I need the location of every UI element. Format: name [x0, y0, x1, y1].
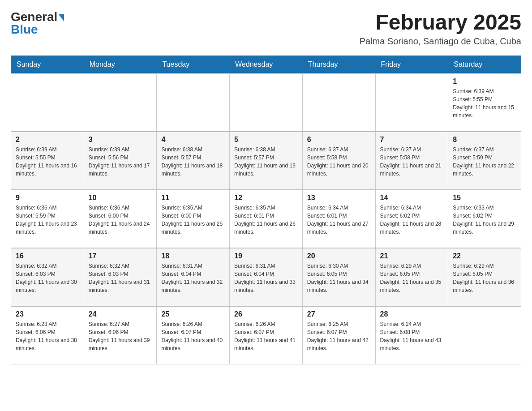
header-thursday: Thursday	[302, 56, 375, 73]
calendar-day-cell: 4Sunrise: 6:38 AMSunset: 5:57 PMDaylight…	[157, 132, 230, 190]
day-info: Sunrise: 6:31 AMSunset: 6:04 PMDaylight:…	[234, 262, 298, 294]
calendar-header-row: Sunday Monday Tuesday Wednesday Thursday…	[11, 56, 521, 73]
calendar-day-cell: 19Sunrise: 6:31 AMSunset: 6:04 PMDayligh…	[230, 248, 303, 306]
day-info: Sunrise: 6:32 AMSunset: 6:03 PMDaylight:…	[89, 262, 152, 294]
title-block: February 2025 Palma Soriano, Santiago de…	[360, 11, 521, 47]
day-info: Sunrise: 6:25 AMSunset: 6:07 PMDaylight:…	[307, 320, 371, 352]
day-info: Sunrise: 6:37 AMSunset: 5:59 PMDaylight:…	[453, 146, 516, 178]
day-info: Sunrise: 6:37 AMSunset: 5:58 PMDaylight:…	[307, 146, 371, 178]
calendar-day-cell: 25Sunrise: 6:26 AMSunset: 6:07 PMDayligh…	[157, 306, 230, 364]
calendar-day-cell: 18Sunrise: 6:31 AMSunset: 6:04 PMDayligh…	[157, 248, 230, 306]
day-info: Sunrise: 6:35 AMSunset: 6:01 PMDaylight:…	[234, 204, 298, 236]
calendar-day-cell: 17Sunrise: 6:32 AMSunset: 6:03 PMDayligh…	[84, 248, 157, 306]
day-info: Sunrise: 6:24 AMSunset: 6:08 PMDaylight:…	[380, 320, 444, 352]
calendar-day-cell: 7Sunrise: 6:37 AMSunset: 5:58 PMDaylight…	[375, 132, 448, 190]
day-info: Sunrise: 6:27 AMSunset: 6:06 PMDaylight:…	[89, 320, 152, 352]
day-info: Sunrise: 6:31 AMSunset: 6:04 PMDaylight:…	[161, 262, 225, 294]
day-number: 13	[307, 194, 371, 202]
day-number: 21	[380, 252, 444, 260]
calendar-day-cell: 10Sunrise: 6:36 AMSunset: 6:00 PMDayligh…	[84, 190, 157, 248]
page-header: General Blue February 2025 Palma Soriano…	[11, 11, 521, 47]
header-saturday: Saturday	[448, 56, 521, 73]
calendar-week-5: 23Sunrise: 6:28 AMSunset: 6:06 PMDayligh…	[11, 306, 521, 364]
day-number: 5	[234, 136, 298, 144]
day-info: Sunrise: 6:39 AMSunset: 5:55 PMDaylight:…	[453, 87, 516, 120]
calendar-day-cell: 12Sunrise: 6:35 AMSunset: 6:01 PMDayligh…	[230, 190, 303, 248]
calendar-day-cell: 28Sunrise: 6:24 AMSunset: 6:08 PMDayligh…	[375, 306, 448, 364]
day-number: 12	[234, 194, 298, 202]
calendar-day-cell	[302, 73, 375, 132]
day-number: 20	[307, 252, 371, 260]
calendar-day-cell: 22Sunrise: 6:29 AMSunset: 6:05 PMDayligh…	[448, 248, 521, 306]
day-number: 2	[16, 136, 79, 144]
day-info: Sunrise: 6:39 AMSunset: 5:55 PMDaylight:…	[16, 146, 79, 178]
day-number: 25	[161, 310, 225, 318]
calendar-week-4: 16Sunrise: 6:32 AMSunset: 6:03 PMDayligh…	[11, 248, 521, 306]
calendar-day-cell	[11, 73, 84, 132]
calendar-day-cell	[448, 306, 521, 364]
location-subtitle: Palma Soriano, Santiago de Cuba, Cuba	[360, 36, 521, 47]
day-number: 14	[380, 194, 444, 202]
header-friday: Friday	[375, 56, 448, 73]
calendar-day-cell: 15Sunrise: 6:33 AMSunset: 6:02 PMDayligh…	[448, 190, 521, 248]
day-info: Sunrise: 6:33 AMSunset: 6:02 PMDaylight:…	[453, 204, 516, 236]
header-wednesday: Wednesday	[230, 56, 303, 73]
calendar-day-cell	[375, 73, 448, 132]
day-number: 23	[16, 310, 79, 318]
calendar-day-cell: 14Sunrise: 6:34 AMSunset: 6:02 PMDayligh…	[375, 190, 448, 248]
day-number: 6	[307, 136, 371, 144]
day-number: 28	[380, 310, 444, 318]
calendar-day-cell: 2Sunrise: 6:39 AMSunset: 5:55 PMDaylight…	[11, 132, 84, 190]
calendar-day-cell: 16Sunrise: 6:32 AMSunset: 6:03 PMDayligh…	[11, 248, 84, 306]
calendar-day-cell: 20Sunrise: 6:30 AMSunset: 6:05 PMDayligh…	[302, 248, 375, 306]
day-number: 9	[16, 194, 79, 202]
day-number: 26	[234, 310, 298, 318]
calendar-week-3: 9Sunrise: 6:36 AMSunset: 5:59 PMDaylight…	[11, 190, 521, 248]
day-number: 24	[89, 310, 152, 318]
day-number: 18	[161, 252, 225, 260]
day-number: 8	[453, 136, 516, 144]
logo-general-text: General	[11, 10, 57, 24]
day-number: 17	[89, 252, 152, 260]
day-info: Sunrise: 6:39 AMSunset: 5:56 PMDaylight:…	[89, 146, 152, 178]
calendar-table: Sunday Monday Tuesday Wednesday Thursday…	[11, 56, 521, 365]
calendar-day-cell: 9Sunrise: 6:36 AMSunset: 5:59 PMDaylight…	[11, 190, 84, 248]
logo-top-line: General	[11, 11, 64, 23]
calendar-day-cell: 1Sunrise: 6:39 AMSunset: 5:55 PMDaylight…	[448, 73, 521, 132]
calendar-day-cell	[230, 73, 303, 132]
month-title: February 2025	[360, 11, 521, 34]
calendar-day-cell: 8Sunrise: 6:37 AMSunset: 5:59 PMDaylight…	[448, 132, 521, 190]
day-number: 1	[453, 77, 516, 86]
day-info: Sunrise: 6:29 AMSunset: 6:05 PMDaylight:…	[453, 262, 516, 294]
calendar-day-cell: 11Sunrise: 6:35 AMSunset: 6:00 PMDayligh…	[157, 190, 230, 248]
day-number: 11	[161, 194, 225, 202]
day-number: 16	[16, 252, 79, 260]
header-tuesday: Tuesday	[157, 56, 230, 73]
calendar-day-cell: 3Sunrise: 6:39 AMSunset: 5:56 PMDaylight…	[84, 132, 157, 190]
day-info: Sunrise: 6:29 AMSunset: 6:05 PMDaylight:…	[380, 262, 444, 294]
day-info: Sunrise: 6:37 AMSunset: 5:58 PMDaylight:…	[380, 146, 444, 178]
calendar-day-cell: 6Sunrise: 6:37 AMSunset: 5:58 PMDaylight…	[302, 132, 375, 190]
calendar-day-cell: 23Sunrise: 6:28 AMSunset: 6:06 PMDayligh…	[11, 306, 84, 364]
calendar-day-cell	[84, 73, 157, 132]
day-info: Sunrise: 6:28 AMSunset: 6:06 PMDaylight:…	[16, 320, 79, 352]
day-number: 22	[453, 252, 516, 260]
calendar-day-cell: 5Sunrise: 6:38 AMSunset: 5:57 PMDaylight…	[230, 132, 303, 190]
calendar-week-2: 2Sunrise: 6:39 AMSunset: 5:55 PMDaylight…	[11, 132, 521, 190]
day-info: Sunrise: 6:32 AMSunset: 6:03 PMDaylight:…	[16, 262, 79, 294]
day-number: 10	[89, 194, 152, 202]
calendar-week-1: 1Sunrise: 6:39 AMSunset: 5:55 PMDaylight…	[11, 73, 521, 132]
logo-blue-text: Blue	[11, 23, 38, 36]
day-info: Sunrise: 6:30 AMSunset: 6:05 PMDaylight:…	[307, 262, 371, 294]
day-number: 19	[234, 252, 298, 260]
day-info: Sunrise: 6:34 AMSunset: 6:02 PMDaylight:…	[380, 204, 444, 236]
header-sunday: Sunday	[11, 56, 84, 73]
header-monday: Monday	[84, 56, 157, 73]
day-info: Sunrise: 6:36 AMSunset: 6:00 PMDaylight:…	[89, 204, 152, 236]
calendar-day-cell	[157, 73, 230, 132]
day-info: Sunrise: 6:38 AMSunset: 5:57 PMDaylight:…	[234, 146, 298, 178]
day-number: 15	[453, 194, 516, 202]
calendar-day-cell: 24Sunrise: 6:27 AMSunset: 6:06 PMDayligh…	[84, 306, 157, 364]
day-number: 4	[161, 136, 225, 144]
day-number: 3	[89, 136, 152, 144]
